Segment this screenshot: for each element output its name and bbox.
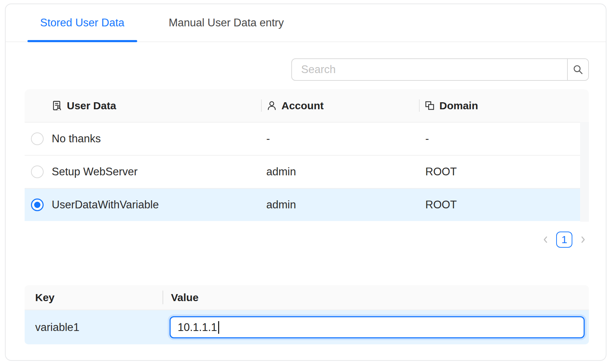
pagination: 1 <box>541 232 587 248</box>
cell-user-data: UserDataWithVariable <box>46 199 261 211</box>
cell-user-data: Setup WebServer <box>46 165 261 178</box>
tab-bar: Stored User Data Manual User Data entry <box>6 4 606 42</box>
active-tab-indicator <box>27 40 137 42</box>
table-row-userdatawithvariable[interactable]: UserDataWithVariable admin ROOT <box>25 188 589 221</box>
cell-account: admin <box>261 165 419 178</box>
table-header-row: User Data Account Domain <box>25 89 589 122</box>
tab-stored-user-data[interactable]: Stored User Data <box>27 4 137 41</box>
cell-domain: ROOT <box>419 165 589 178</box>
user-icon <box>266 100 277 111</box>
cell-account: admin <box>261 199 419 211</box>
column-title: User Data <box>67 100 116 112</box>
tab-label: Stored User Data <box>40 17 125 29</box>
user-data-panel: Stored User Data Manual User Data entry <box>5 4 606 361</box>
search-box <box>291 58 589 81</box>
user-data-table: User Data Account Domain <box>25 89 589 221</box>
column-header-user-data: User Data <box>46 89 261 122</box>
cell-domain: ROOT <box>419 199 589 211</box>
chevron-right-icon[interactable] <box>578 235 587 244</box>
column-header-value: Value <box>163 285 589 310</box>
column-header-domain: Domain <box>419 89 589 122</box>
variables-table: Key Value variable1 10.1.1.1 <box>25 285 589 344</box>
table-scrollbar-track[interactable] <box>580 122 589 222</box>
variable-value-input[interactable]: 10.1.1.1 <box>170 316 585 338</box>
search-icon <box>572 64 584 75</box>
search-input[interactable] <box>292 59 567 80</box>
radio-button-checked[interactable] <box>31 199 44 211</box>
search-button[interactable] <box>567 59 588 80</box>
pagination-page-1[interactable]: 1 <box>556 232 572 248</box>
column-header-key: Key <box>25 285 163 310</box>
cell-account: - <box>261 132 419 145</box>
cell-domain: - <box>419 132 589 145</box>
column-header-account: Account <box>261 89 419 122</box>
variables-header-row: Key Value <box>25 285 589 310</box>
block-icon <box>424 100 435 111</box>
tab-manual-user-data-entry[interactable]: Manual User Data entry <box>156 4 297 41</box>
radio-button[interactable] <box>31 165 44 178</box>
variable-row: variable1 10.1.1.1 <box>25 310 589 344</box>
table-row-no-thanks[interactable]: No thanks - - <box>25 122 589 155</box>
variable-key: variable1 <box>25 321 163 334</box>
column-title: Account <box>281 100 324 112</box>
column-title: Domain <box>439 100 478 112</box>
table-row-setup-webserver[interactable]: Setup WebServer admin ROOT <box>25 155 589 188</box>
cell-user-data: No thanks <box>46 132 261 145</box>
chevron-left-icon[interactable] <box>541 235 550 244</box>
solution-icon <box>52 100 63 111</box>
radio-button[interactable] <box>31 132 44 145</box>
text-cursor <box>218 321 219 334</box>
tab-label: Manual User Data entry <box>169 17 284 29</box>
variable-value-text: 10.1.1.1 <box>178 321 217 334</box>
